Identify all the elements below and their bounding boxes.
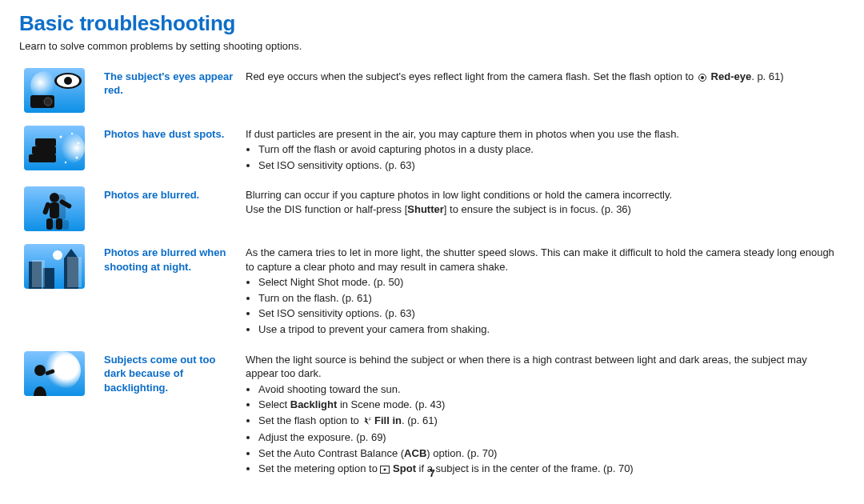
page-title: Basic troubleshooting (19, 10, 845, 38)
svg-rect-36 (32, 260, 45, 287)
list-item: Select Backlight in Scene mode. (p. 43) (258, 398, 840, 412)
svg-point-17 (65, 161, 66, 162)
svg-rect-37 (67, 257, 82, 287)
svg-point-18 (76, 156, 78, 158)
svg-rect-27 (56, 218, 62, 230)
eye-inline-icon (697, 71, 708, 86)
svg-point-39 (42, 351, 81, 390)
row-label: Photos have dust spots. (99, 122, 241, 184)
backlight-icon (24, 351, 85, 396)
svg-rect-12 (32, 146, 56, 154)
night-icon (24, 244, 85, 289)
list-item: Set ISO sensitivity options. (p. 63) (258, 306, 840, 321)
svg-point-14 (60, 135, 62, 138)
table-row: Photos have dust spots. If dust particle… (19, 122, 845, 184)
svg-point-10 (53, 132, 85, 164)
row-body: Blurring can occur if you capture photos… (241, 183, 845, 241)
dust-icon (24, 126, 85, 170)
list-item: Adjust the exposure. (p. 69) (258, 430, 840, 445)
page-subtitle: Learn to solve common problems by settin… (19, 39, 845, 54)
svg-text:F: F (369, 417, 371, 422)
fillin-inline-icon: F (362, 415, 371, 430)
list-item: Turn on the flash. (p. 61) (258, 291, 840, 306)
blur-icon (24, 186, 85, 231)
svg-rect-13 (35, 138, 56, 146)
list-item: Set the Auto Contrast Balance (ACB) opti… (258, 446, 840, 461)
row-label: Photos are blurred when shooting at nigh… (99, 241, 241, 347)
svg-point-3 (44, 98, 52, 106)
page-number: 7 (0, 466, 864, 481)
list-item: Set the flash option to F Fill in. (p. 6… (258, 414, 840, 430)
row-body: As the camera tries to let in more light… (241, 241, 845, 347)
red-eye-icon (24, 68, 85, 113)
bold-shutter: Shutter (407, 203, 444, 215)
svg-point-15 (71, 132, 73, 134)
list-item: Set ISO sensitivity options. (p. 63) (258, 158, 840, 173)
row-body: Red eye occurs when the subject's eyes r… (241, 65, 845, 122)
svg-point-8 (701, 76, 704, 79)
table-row: Photos are blurred. Blurring can occur i… (19, 183, 845, 241)
row-label: The subject's eyes appear red. (99, 65, 241, 122)
list-item: Use a tripod to prevent your camera from… (258, 322, 840, 337)
row-label: Photos are blurred. (99, 183, 241, 241)
svg-point-16 (78, 142, 80, 144)
list-item: Select Night Shot mode. (p. 50) (258, 275, 840, 290)
troubleshooting-table: The subject's eyes appear red. Red eye o… (19, 65, 845, 489)
svg-rect-26 (46, 218, 53, 230)
list-item: Avoid shooting toward the sun. (258, 382, 840, 397)
svg-point-6 (64, 77, 72, 85)
svg-rect-11 (29, 154, 56, 162)
row-body: If dust particles are present in the air… (241, 122, 845, 184)
svg-rect-23 (62, 220, 69, 230)
bold-option: Red-eye (711, 70, 752, 82)
table-row: The subject's eyes appear red. Red eye o… (19, 65, 845, 122)
svg-point-40 (34, 365, 46, 376)
svg-point-24 (50, 193, 59, 202)
svg-point-35 (53, 250, 62, 260)
svg-rect-25 (50, 202, 59, 218)
list-item: Turn off the flash or avoid capturing ph… (258, 142, 840, 157)
svg-rect-32 (43, 268, 54, 289)
table-row: Photos are blurred when shooting at nigh… (19, 241, 845, 347)
